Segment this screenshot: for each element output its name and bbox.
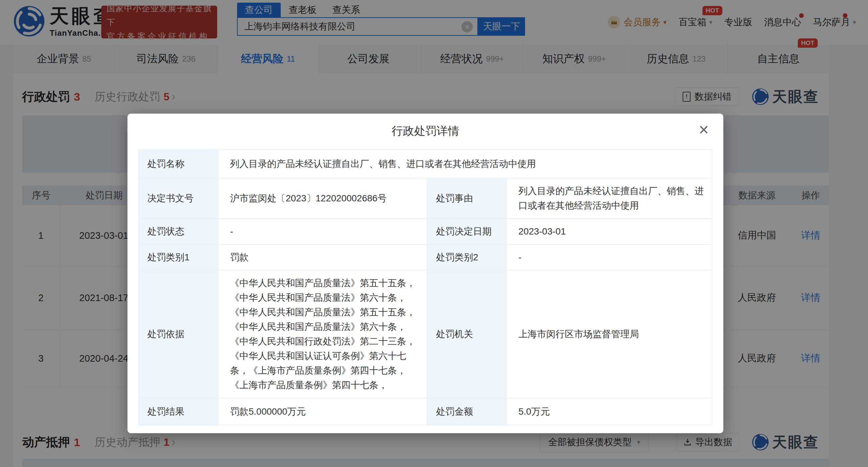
detail-label: 处罚事由	[427, 178, 506, 218]
detail-label: 处罚结果	[139, 399, 217, 425]
detail-row: 处罚类别1 罚款 处罚类别2 -	[139, 245, 712, 270]
detail-row: 处罚结果 罚款5.000000万元 处罚金额 5.0万元	[139, 399, 712, 425]
detail-label: 决定书文号	[139, 178, 217, 218]
detail-row: 处罚名称 列入目录的产品未经认证擅自出厂、销售、进口或者在其他经营活动中使用	[139, 150, 712, 178]
penalty-detail-modal: 行政处罚详情 × 处罚名称 列入目录的产品未经认证擅自出厂、销售、进口或者在其他…	[127, 114, 723, 433]
detail-row: 处罚状态 - 处罚决定日期 2023-03-01	[139, 219, 712, 244]
detail-label: 处罚类别1	[139, 245, 217, 270]
detail-value: 上海市闵行区市场监督管理局	[506, 271, 712, 398]
detail-value: 2023-03-01	[506, 219, 712, 244]
detail-value: -	[506, 245, 712, 270]
detail-value: 罚款5.000000万元	[218, 399, 427, 425]
detail-value: 沪市监闵处〔2023〕122020002686号	[218, 178, 427, 218]
detail-label: 处罚决定日期	[427, 219, 506, 244]
detail-label: 处罚类别2	[427, 245, 506, 270]
modal-title: 行政处罚详情	[127, 114, 723, 139]
detail-label: 处罚依据	[139, 271, 217, 398]
detail-label: 处罚金额	[427, 399, 506, 425]
detail-label: 处罚机关	[427, 271, 506, 398]
detail-row: 决定书文号 沪市监闵处〔2023〕122020002686号 处罚事由 列入目录…	[139, 178, 712, 218]
detail-value: 列入目录的产品未经认证擅自出厂、销售、进口或者在其他经营活动中使用	[506, 178, 712, 218]
penalty-detail-table: 处罚名称 列入目录的产品未经认证擅自出厂、销售、进口或者在其他经营活动中使用 决…	[138, 149, 712, 425]
detail-value: 罚款	[218, 245, 427, 270]
page: 天眼查 TianYanCha.com 国家中小企业发展子基金旗下 官方备案企业征…	[0, 0, 868, 467]
detail-value: 列入目录的产品未经认证擅自出厂、销售、进口或者在其他经营活动中使用	[218, 150, 712, 178]
detail-label: 处罚名称	[139, 150, 217, 178]
close-icon[interactable]: ×	[699, 120, 709, 140]
detail-value: -	[218, 219, 427, 244]
detail-value: 5.0万元	[506, 399, 712, 425]
detail-row: 处罚依据 《中华人民共和国产品质量法》第五十五条，《中华人民共和国产品质量法》第…	[139, 271, 712, 398]
detail-value: 《中华人民共和国产品质量法》第五十五条，《中华人民共和国产品质量法》第六十条，《…	[218, 271, 427, 398]
detail-label: 处罚状态	[139, 219, 217, 244]
